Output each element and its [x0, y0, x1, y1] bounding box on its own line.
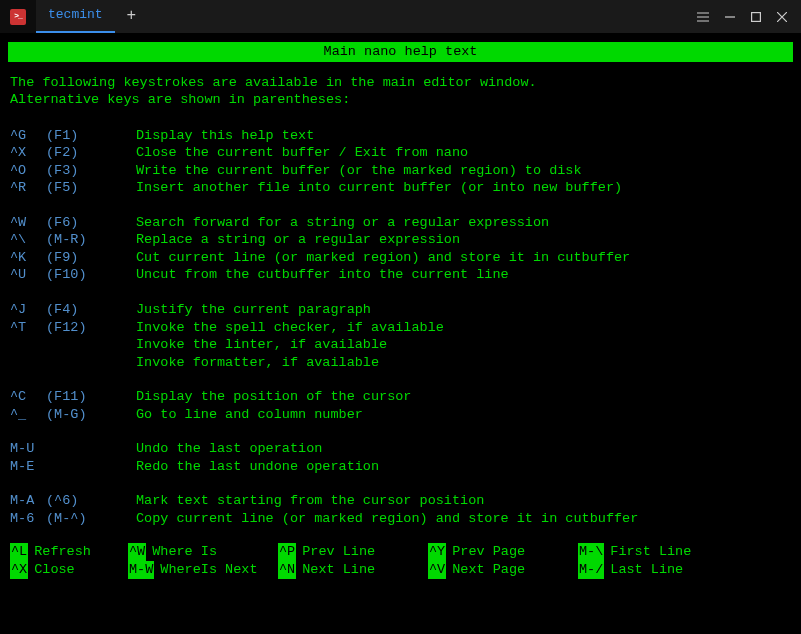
footer-item: M-\First Line [578, 543, 728, 561]
help-description: Invoke the spell checker, if available [136, 319, 793, 337]
footer-label: Refresh [34, 543, 91, 561]
help-description: Display the position of the cursor [136, 388, 793, 406]
help-key: ^X [10, 144, 46, 162]
footer-label: Last Line [610, 561, 683, 579]
help-key: ^K [10, 249, 46, 267]
footer-label: First Line [610, 543, 691, 561]
help-description: Copy current line (or marked region) and… [136, 510, 793, 528]
help-alt-key [46, 440, 136, 458]
footer-key: ^X [10, 561, 28, 579]
help-row: M-A(^6)Mark text starting from the curso… [10, 492, 793, 510]
help-description: Uncut from the cutbuffer into the curren… [136, 266, 793, 284]
help-alt-key: (^6) [46, 492, 136, 510]
footer-row-2: ^XCloseM-WWhereIs Next^NNext Line^VNext … [10, 561, 791, 579]
help-key: M-A [10, 492, 46, 510]
help-row: ^R(F5)Insert another file into current b… [10, 179, 793, 197]
help-description: Invoke the linter, if available [136, 336, 793, 354]
help-key: ^R [10, 179, 46, 197]
close-icon[interactable] [777, 12, 787, 22]
intro-line-2: Alternative keys are shown in parenthese… [10, 91, 793, 109]
help-row: ^O(F3)Write the current buffer (or the m… [10, 162, 793, 180]
help-description: Invoke formatter, if available [136, 354, 793, 372]
help-row: ^C(F11)Display the position of the curso… [10, 388, 793, 406]
help-alt-key: (F6) [46, 214, 136, 232]
help-alt-key: (F4) [46, 301, 136, 319]
help-row: ^T(F12)Invoke the spell checker, if avai… [10, 319, 793, 337]
help-row: ^G(F1)Display this help text [10, 127, 793, 145]
svg-rect-0 [752, 12, 761, 21]
footer-key: ^V [428, 561, 446, 579]
help-key: ^T [10, 319, 46, 337]
help-alt-key: (F2) [46, 144, 136, 162]
help-description: Close the current buffer / Exit from nan… [136, 144, 793, 162]
footer-row-1: ^LRefresh^WWhere Is^PPrev Line^YPrev Pag… [10, 543, 791, 561]
app-icon-tab [0, 0, 36, 33]
footer-label: Prev Page [452, 543, 525, 561]
help-row: ^K(F9)Cut current line (or marked region… [10, 249, 793, 267]
help-alt-key [46, 458, 136, 476]
terminal-icon [10, 9, 26, 25]
help-row: ^_(M-G)Go to line and column number [10, 406, 793, 424]
footer-item: ^PPrev Line [278, 543, 428, 561]
help-key: ^W [10, 214, 46, 232]
help-alt-key: (F9) [46, 249, 136, 267]
footer-label: WhereIs Next [160, 561, 257, 579]
help-description: Go to line and column number [136, 406, 793, 424]
minimize-icon[interactable] [725, 12, 735, 22]
help-alt-key: (M-^) [46, 510, 136, 528]
help-row: ^W(F6)Search forward for a string or a r… [10, 214, 793, 232]
help-key: ^J [10, 301, 46, 319]
footer-item: ^YPrev Page [428, 543, 578, 561]
help-description: Replace a string or a regular expression [136, 231, 793, 249]
help-footer: ^LRefresh^WWhere Is^PPrev Line^YPrev Pag… [8, 543, 793, 578]
help-alt-key: (M-R) [46, 231, 136, 249]
help-alt-key: (F5) [46, 179, 136, 197]
new-tab-button[interactable]: + [115, 0, 149, 33]
help-description: Justify the current paragraph [136, 301, 793, 319]
help-description: Insert another file into current buffer … [136, 179, 793, 197]
footer-item: ^LRefresh [10, 543, 128, 561]
footer-label: Close [34, 561, 75, 579]
help-alt-key: (F1) [46, 127, 136, 145]
help-key: M-U [10, 440, 46, 458]
hamburger-icon[interactable] [697, 12, 709, 22]
footer-label: Prev Line [302, 543, 375, 561]
help-alt-key: (M-G) [46, 406, 136, 424]
help-description: Cut current line (or marked region) and … [136, 249, 793, 267]
footer-item: M-/Last Line [578, 561, 728, 579]
help-alt-key [46, 354, 136, 372]
help-alt-key [46, 336, 136, 354]
footer-label: Where Is [152, 543, 217, 561]
tab-label: tecmint [48, 7, 103, 24]
help-body: ^G(F1)Display this help text^X(F2)Close … [8, 127, 793, 528]
help-key: M-E [10, 458, 46, 476]
footer-item: ^WWhere Is [128, 543, 278, 561]
help-key: ^_ [10, 406, 46, 424]
footer-key: M-\ [578, 543, 604, 561]
help-alt-key: (F11) [46, 388, 136, 406]
help-title: Main nano help text [8, 42, 793, 62]
help-row: Invoke formatter, if available [10, 354, 793, 372]
help-row: Invoke the linter, if available [10, 336, 793, 354]
help-row: M-ERedo the last undone operation [10, 458, 793, 476]
terminal-content: Main nano help text The following keystr… [0, 34, 801, 579]
help-key [10, 354, 46, 372]
help-description: Undo the last operation [136, 440, 793, 458]
maximize-icon[interactable] [751, 12, 761, 22]
help-key: ^\ [10, 231, 46, 249]
footer-key: M-/ [578, 561, 604, 579]
help-row: ^J(F4)Justify the current paragraph [10, 301, 793, 319]
tab-tecmint[interactable]: tecmint [36, 0, 115, 33]
help-description: Display this help text [136, 127, 793, 145]
help-row: ^U(F10)Uncut from the cutbuffer into the… [10, 266, 793, 284]
footer-key: ^P [278, 543, 296, 561]
help-description: Redo the last undone operation [136, 458, 793, 476]
help-alt-key: (F3) [46, 162, 136, 180]
help-key [10, 336, 46, 354]
help-description: Mark text starting from the cursor posit… [136, 492, 793, 510]
help-key: ^G [10, 127, 46, 145]
intro-line-1: The following keystrokes are available i… [10, 74, 793, 92]
help-row: ^X(F2)Close the current buffer / Exit fr… [10, 144, 793, 162]
help-row: M-UUndo the last operation [10, 440, 793, 458]
titlebar: tecmint + [0, 0, 801, 34]
